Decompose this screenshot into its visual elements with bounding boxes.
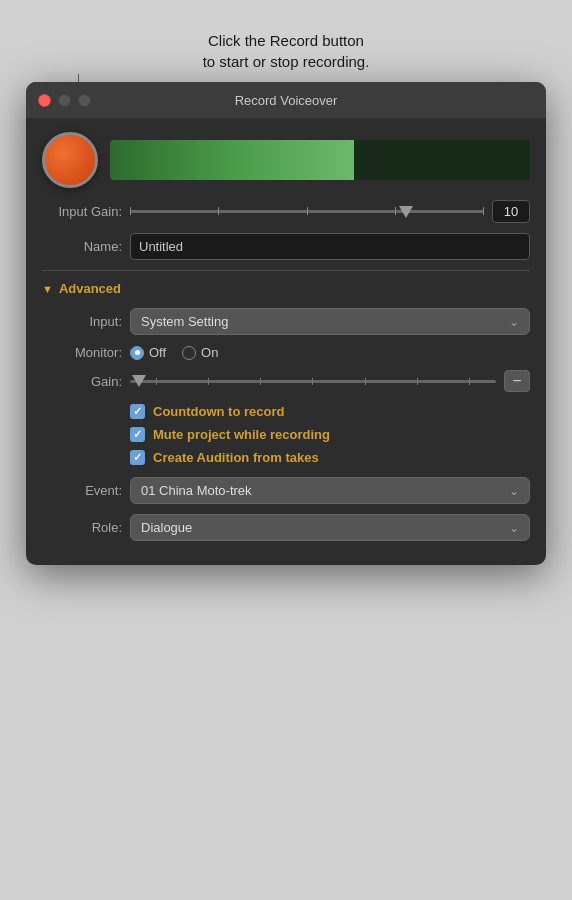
tick-2 xyxy=(218,207,219,215)
monitor-off-option[interactable]: Off xyxy=(130,345,166,360)
mute-checkbox[interactable] xyxy=(130,427,145,442)
monitor-on-label: On xyxy=(201,345,218,360)
input-gain-label: Input Gain: xyxy=(42,204,122,219)
divider xyxy=(42,270,530,271)
advanced-input-row: Input: System Setting ⌄ xyxy=(42,308,530,335)
monitor-row: Monitor: Off On xyxy=(42,345,530,360)
gain-minus-button[interactable]: − xyxy=(504,370,530,392)
role-label: Role: xyxy=(42,520,122,535)
tick-1 xyxy=(130,207,131,215)
chevron-down-icon: ⌄ xyxy=(509,315,519,329)
tick-4 xyxy=(395,207,396,215)
monitor-off-label: Off xyxy=(149,345,166,360)
traffic-lights xyxy=(38,94,91,107)
monitor-on-option[interactable]: On xyxy=(182,345,218,360)
tick-3 xyxy=(307,207,308,215)
role-dropdown[interactable]: Dialogue ⌄ xyxy=(130,514,530,541)
audition-checkbox[interactable] xyxy=(130,450,145,465)
level-meter-fill xyxy=(110,140,354,180)
tick-5 xyxy=(483,207,484,215)
input-gain-row: Input Gain: 10 xyxy=(42,200,530,223)
checkbox-row-3: Create Audition from takes xyxy=(42,450,530,465)
advanced-gain-label: Gain: xyxy=(42,374,122,389)
name-label: Name: xyxy=(42,239,122,254)
top-row xyxy=(42,132,530,188)
close-button[interactable] xyxy=(38,94,51,107)
monitor-label: Monitor: xyxy=(42,345,122,360)
gain-slider-track xyxy=(130,380,496,383)
event-row: Event: 01 China Moto-trek ⌄ xyxy=(42,477,530,504)
name-row: Name: xyxy=(42,233,530,260)
gain-thumb[interactable] xyxy=(132,375,146,387)
advanced-input-label: Input: xyxy=(42,314,122,329)
level-meter xyxy=(110,140,530,180)
minimize-button[interactable] xyxy=(58,94,71,107)
checkbox-row-2: Mute project while recording xyxy=(42,427,530,442)
advanced-header[interactable]: ▼ Advanced xyxy=(42,281,530,296)
countdown-label: Countdown to record xyxy=(153,404,284,419)
gain-slider-container xyxy=(130,371,496,391)
monitor-off-radio[interactable] xyxy=(130,346,144,360)
slider-ticks xyxy=(130,210,484,213)
role-dropdown-value: Dialogue xyxy=(141,520,192,535)
event-chevron-icon: ⌄ xyxy=(509,484,519,498)
maximize-button[interactable] xyxy=(78,94,91,107)
advanced-triangle-icon: ▼ xyxy=(42,283,53,295)
event-dropdown[interactable]: 01 China Moto-trek ⌄ xyxy=(130,477,530,504)
mute-label: Mute project while recording xyxy=(153,427,330,442)
countdown-checkbox[interactable] xyxy=(130,404,145,419)
audition-label: Create Audition from takes xyxy=(153,450,319,465)
input-dropdown-value: System Setting xyxy=(141,314,228,329)
advanced-label: Advanced xyxy=(59,281,121,296)
input-gain-track xyxy=(130,210,484,213)
tooltip-text: Click the Record button to start or stop… xyxy=(203,32,370,70)
titlebar: Record Voiceover xyxy=(26,82,546,118)
advanced-gain-row: Gain: − xyxy=(42,370,530,392)
input-gain-value[interactable]: 10 xyxy=(492,200,530,223)
tooltip: Click the Record button to start or stop… xyxy=(26,30,546,72)
record-voiceover-window: Record Voiceover Input Gain: xyxy=(26,82,546,565)
window-title: Record Voiceover xyxy=(235,93,338,108)
input-dropdown[interactable]: System Setting ⌄ xyxy=(130,308,530,335)
input-gain-thumb[interactable] xyxy=(399,206,413,218)
record-button[interactable] xyxy=(42,132,98,188)
role-row: Role: Dialogue ⌄ xyxy=(42,514,530,541)
event-dropdown-value: 01 China Moto-trek xyxy=(141,483,252,498)
role-chevron-icon: ⌄ xyxy=(509,521,519,535)
name-input[interactable] xyxy=(130,233,530,260)
checkbox-row-1: Countdown to record xyxy=(42,404,530,419)
window-content: Input Gain: 10 Name: xyxy=(26,118,546,565)
monitor-radio-group: Off On xyxy=(130,345,218,360)
event-label: Event: xyxy=(42,483,122,498)
input-gain-slider-container xyxy=(130,202,484,222)
monitor-on-radio[interactable] xyxy=(182,346,196,360)
